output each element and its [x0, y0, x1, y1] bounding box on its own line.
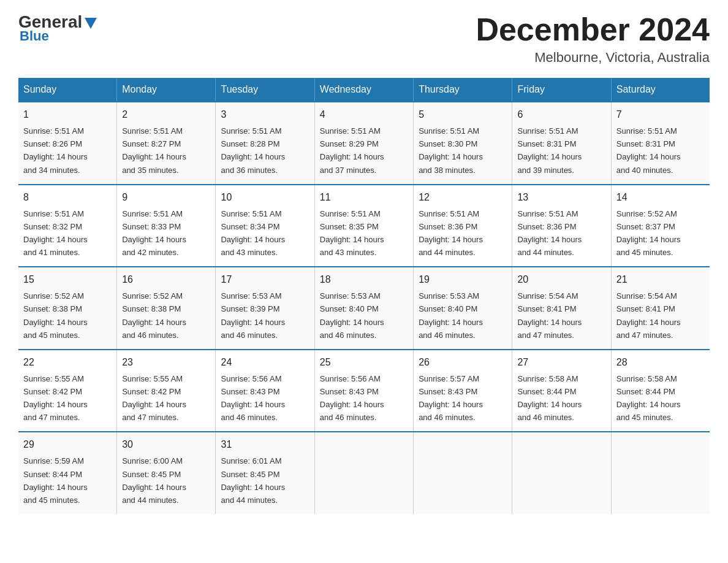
day-number: 9 [122, 190, 210, 205]
day-info: Sunrise: 6:01 AMSunset: 8:45 PMDaylight:… [221, 456, 285, 504]
calendar-day-cell [512, 432, 611, 514]
calendar-day-cell: 11 Sunrise: 5:51 AMSunset: 8:35 PMDaylig… [314, 185, 413, 267]
calendar-day-cell: 6 Sunrise: 5:51 AMSunset: 8:31 PMDayligh… [512, 102, 611, 185]
calendar-day-cell: 14 Sunrise: 5:52 AMSunset: 8:37 PMDaylig… [611, 185, 710, 267]
day-number: 22 [23, 355, 112, 370]
calendar-header-wednesday: Wednesday [314, 78, 413, 102]
page-header: General Blue December 2024 Melbourne, Vi… [18, 12, 710, 66]
day-number: 6 [517, 107, 605, 122]
calendar-day-cell: 21 Sunrise: 5:54 AMSunset: 8:41 PMDaylig… [611, 267, 710, 350]
calendar-header-saturday: Saturday [611, 78, 710, 102]
calendar-day-cell: 30 Sunrise: 6:00 AMSunset: 8:45 PMDaylig… [117, 432, 216, 514]
calendar-header-row: SundayMondayTuesdayWednesdayThursdayFrid… [18, 78, 710, 102]
logo-blue-text: Blue [20, 28, 49, 44]
day-number: 11 [320, 190, 408, 205]
calendar-week-row: 8 Sunrise: 5:51 AMSunset: 8:32 PMDayligh… [18, 185, 710, 267]
day-number: 26 [419, 355, 507, 370]
title-block: December 2024 Melbourne, Victoria, Austr… [476, 12, 710, 66]
day-number: 13 [517, 190, 605, 205]
day-info: Sunrise: 5:57 AMSunset: 8:43 PMDaylight:… [419, 374, 483, 422]
calendar-day-cell: 7 Sunrise: 5:51 AMSunset: 8:31 PMDayligh… [611, 102, 710, 185]
day-info: Sunrise: 5:59 AMSunset: 8:44 PMDaylight:… [23, 456, 88, 504]
calendar-header-monday: Monday [117, 78, 216, 102]
day-number: 24 [221, 355, 309, 370]
calendar-table: SundayMondayTuesdayWednesdayThursdayFrid… [18, 78, 710, 514]
logo: General Blue [18, 12, 97, 44]
calendar-day-cell: 27 Sunrise: 5:58 AMSunset: 8:44 PMDaylig… [512, 350, 611, 432]
calendar-day-cell: 15 Sunrise: 5:52 AMSunset: 8:38 PMDaylig… [18, 267, 117, 350]
calendar-day-cell: 20 Sunrise: 5:54 AMSunset: 8:41 PMDaylig… [512, 267, 611, 350]
calendar-day-cell [611, 432, 710, 514]
day-info: Sunrise: 5:51 AMSunset: 8:26 PMDaylight:… [23, 126, 88, 174]
day-number: 15 [23, 272, 112, 287]
day-number: 2 [122, 107, 210, 122]
day-info: Sunrise: 5:53 AMSunset: 8:39 PMDaylight:… [221, 291, 285, 339]
day-info: Sunrise: 5:51 AMSunset: 8:31 PMDaylight:… [517, 126, 582, 174]
calendar-week-row: 1 Sunrise: 5:51 AMSunset: 8:26 PMDayligh… [18, 102, 710, 185]
day-number: 23 [122, 355, 210, 370]
day-info: Sunrise: 5:53 AMSunset: 8:40 PMDaylight:… [320, 291, 384, 339]
day-number: 17 [221, 272, 309, 287]
calendar-day-cell [414, 432, 512, 514]
calendar-day-cell: 12 Sunrise: 5:51 AMSunset: 8:36 PMDaylig… [414, 185, 512, 267]
calendar-day-cell: 2 Sunrise: 5:51 AMSunset: 8:27 PMDayligh… [117, 102, 216, 185]
day-info: Sunrise: 5:53 AMSunset: 8:40 PMDaylight:… [419, 291, 483, 339]
day-info: Sunrise: 5:55 AMSunset: 8:42 PMDaylight:… [122, 374, 186, 422]
calendar-day-cell: 28 Sunrise: 5:58 AMSunset: 8:44 PMDaylig… [611, 350, 710, 432]
calendar-day-cell: 25 Sunrise: 5:56 AMSunset: 8:43 PMDaylig… [314, 350, 413, 432]
day-info: Sunrise: 5:58 AMSunset: 8:44 PMDaylight:… [517, 374, 582, 422]
day-number: 30 [122, 437, 210, 452]
logo-arrow-icon [85, 18, 97, 29]
day-info: Sunrise: 5:52 AMSunset: 8:37 PMDaylight:… [616, 209, 681, 257]
day-info: Sunrise: 5:55 AMSunset: 8:42 PMDaylight:… [23, 374, 88, 422]
page-title: December 2024 [476, 12, 710, 47]
day-info: Sunrise: 5:51 AMSunset: 8:27 PMDaylight:… [122, 126, 186, 174]
day-info: Sunrise: 5:51 AMSunset: 8:36 PMDaylight:… [419, 209, 483, 257]
day-number: 3 [221, 107, 309, 122]
day-number: 8 [23, 190, 112, 205]
day-number: 5 [419, 107, 507, 122]
calendar-day-cell: 3 Sunrise: 5:51 AMSunset: 8:28 PMDayligh… [216, 102, 314, 185]
day-number: 19 [419, 272, 507, 287]
day-number: 7 [616, 107, 705, 122]
day-number: 29 [23, 437, 112, 452]
day-info: Sunrise: 5:56 AMSunset: 8:43 PMDaylight:… [221, 374, 285, 422]
day-info: Sunrise: 5:54 AMSunset: 8:41 PMDaylight:… [517, 291, 582, 339]
calendar-header-tuesday: Tuesday [216, 78, 314, 102]
day-info: Sunrise: 5:52 AMSunset: 8:38 PMDaylight:… [23, 291, 88, 339]
day-info: Sunrise: 5:51 AMSunset: 8:32 PMDaylight:… [23, 209, 88, 257]
day-number: 1 [23, 107, 112, 122]
day-number: 31 [221, 437, 309, 452]
calendar-day-cell: 31 Sunrise: 6:01 AMSunset: 8:45 PMDaylig… [216, 432, 314, 514]
day-number: 16 [122, 272, 210, 287]
day-info: Sunrise: 5:56 AMSunset: 8:43 PMDaylight:… [320, 374, 384, 422]
day-number: 28 [616, 355, 705, 370]
day-number: 25 [320, 355, 408, 370]
day-number: 18 [320, 272, 408, 287]
calendar-header-thursday: Thursday [414, 78, 512, 102]
day-number: 27 [517, 355, 605, 370]
day-info: Sunrise: 5:51 AMSunset: 8:28 PMDaylight:… [221, 126, 285, 174]
calendar-week-row: 15 Sunrise: 5:52 AMSunset: 8:38 PMDaylig… [18, 267, 710, 350]
calendar-day-cell: 26 Sunrise: 5:57 AMSunset: 8:43 PMDaylig… [414, 350, 512, 432]
calendar-day-cell: 23 Sunrise: 5:55 AMSunset: 8:42 PMDaylig… [117, 350, 216, 432]
day-info: Sunrise: 5:51 AMSunset: 8:30 PMDaylight:… [419, 126, 483, 174]
calendar-week-row: 22 Sunrise: 5:55 AMSunset: 8:42 PMDaylig… [18, 350, 710, 432]
calendar-day-cell: 17 Sunrise: 5:53 AMSunset: 8:39 PMDaylig… [216, 267, 314, 350]
calendar-day-cell: 18 Sunrise: 5:53 AMSunset: 8:40 PMDaylig… [314, 267, 413, 350]
calendar-day-cell: 8 Sunrise: 5:51 AMSunset: 8:32 PMDayligh… [18, 185, 117, 267]
day-number: 14 [616, 190, 705, 205]
calendar-day-cell: 24 Sunrise: 5:56 AMSunset: 8:43 PMDaylig… [216, 350, 314, 432]
page-subtitle: Melbourne, Victoria, Australia [476, 50, 710, 66]
day-info: Sunrise: 5:51 AMSunset: 8:36 PMDaylight:… [517, 209, 582, 257]
calendar-day-cell: 4 Sunrise: 5:51 AMSunset: 8:29 PMDayligh… [314, 102, 413, 185]
day-info: Sunrise: 5:54 AMSunset: 8:41 PMDaylight:… [616, 291, 681, 339]
calendar-day-cell: 10 Sunrise: 5:51 AMSunset: 8:34 PMDaylig… [216, 185, 314, 267]
calendar-header-friday: Friday [512, 78, 611, 102]
calendar-day-cell: 29 Sunrise: 5:59 AMSunset: 8:44 PMDaylig… [18, 432, 117, 514]
day-info: Sunrise: 5:51 AMSunset: 8:34 PMDaylight:… [221, 209, 285, 257]
day-number: 12 [419, 190, 507, 205]
calendar-day-cell: 9 Sunrise: 5:51 AMSunset: 8:33 PMDayligh… [117, 185, 216, 267]
calendar-day-cell: 16 Sunrise: 5:52 AMSunset: 8:38 PMDaylig… [117, 267, 216, 350]
day-info: Sunrise: 5:52 AMSunset: 8:38 PMDaylight:… [122, 291, 186, 339]
